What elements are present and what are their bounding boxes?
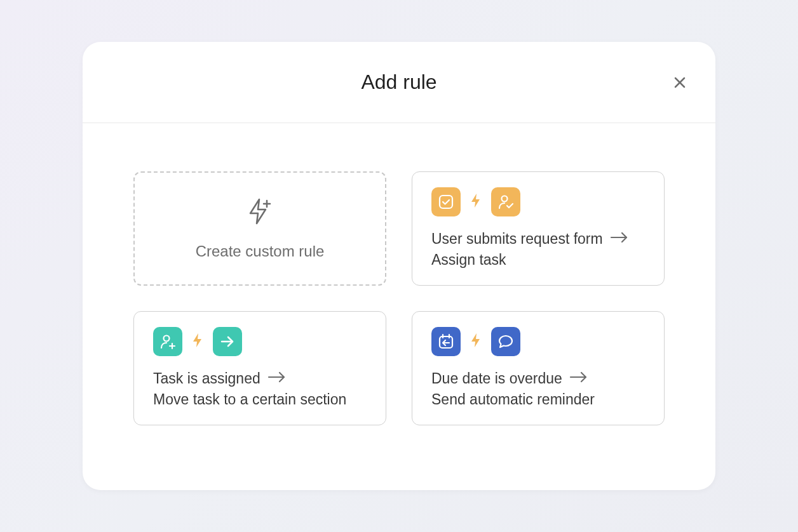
person-plus-icon xyxy=(153,327,182,356)
template-icons xyxy=(431,187,645,216)
checkbox-icon xyxy=(431,187,461,216)
template-icons xyxy=(431,327,645,356)
svg-point-5 xyxy=(502,196,508,202)
lightning-icon xyxy=(191,332,204,351)
rule-grid: Create custom rule xyxy=(133,171,665,425)
svg-rect-4 xyxy=(440,196,452,208)
svg-point-7 xyxy=(164,336,170,342)
close-icon xyxy=(672,75,687,90)
rule-template-due-overdue[interactable]: Due date is overdue Send automatic remin… xyxy=(412,311,665,425)
add-rule-modal: Add rule Create custom rule xyxy=(83,42,715,490)
rule-template-task-assigned[interactable]: Task is assigned Move task to a certain … xyxy=(133,311,386,425)
trigger-row: User submits request form xyxy=(431,230,645,248)
calendar-back-icon xyxy=(431,327,461,356)
action-text: Move task to a certain section xyxy=(153,391,367,408)
create-custom-rule-card[interactable]: Create custom rule xyxy=(133,171,386,286)
chat-icon xyxy=(491,327,520,356)
rule-template-submit-form[interactable]: User submits request form Assign task xyxy=(412,171,665,286)
custom-rule-label: Create custom rule xyxy=(196,243,325,260)
trigger-text: Task is assigned xyxy=(153,370,260,387)
trigger-row: Due date is overdue xyxy=(431,370,645,387)
modal-title: Add rule xyxy=(361,70,436,94)
person-check-icon xyxy=(491,187,520,216)
lightning-icon xyxy=(470,332,482,351)
arrow-right-icon xyxy=(267,370,287,387)
action-text: Send automatic reminder xyxy=(431,391,645,408)
template-icons xyxy=(153,327,367,356)
modal-header: Add rule xyxy=(83,42,715,123)
lightning-icon xyxy=(470,192,482,211)
lightning-plus-icon xyxy=(244,196,276,230)
trigger-text: Due date is overdue xyxy=(431,370,562,387)
arrow-right-icon xyxy=(609,230,630,248)
arrow-right-icon xyxy=(569,370,589,387)
action-text: Assign task xyxy=(431,251,645,269)
modal-body: Create custom rule xyxy=(83,123,715,490)
trigger-row: Task is assigned xyxy=(153,370,367,387)
close-button[interactable] xyxy=(670,72,690,93)
arrow-right-badge-icon xyxy=(213,327,242,356)
trigger-text: User submits request form xyxy=(431,230,603,248)
